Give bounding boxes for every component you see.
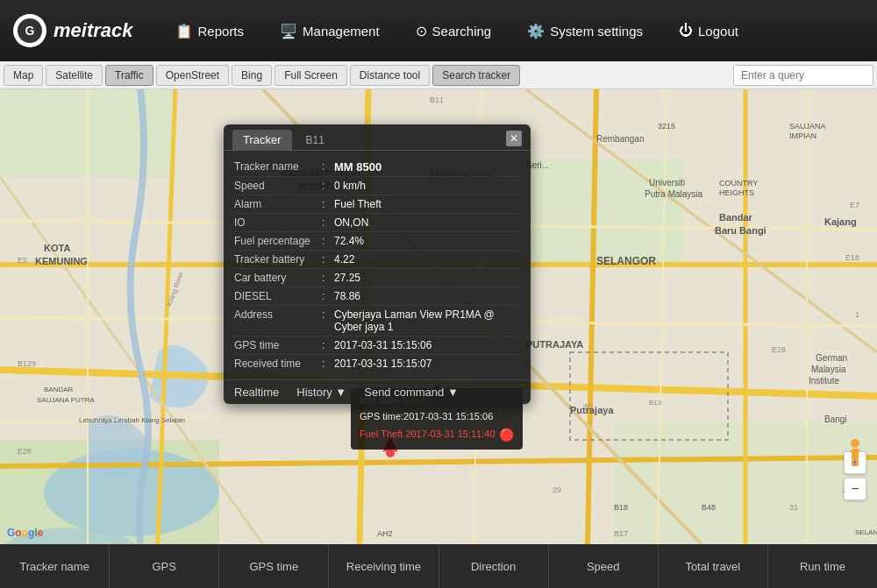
svg-text:31: 31 [789,503,798,512]
io-label: IO [234,216,322,229]
svg-text:E18: E18 [845,253,859,262]
svg-text:B18: B18 [614,503,628,512]
popup-close-button[interactable]: ✕ [506,131,522,146]
nav-searching-label: Searching [432,24,492,39]
alarm-row: Alarm : Fuel Theft [234,195,520,214]
svg-text:Putra Malaysia: Putra Malaysia [645,189,703,199]
searching-icon: ⊙ [416,23,427,39]
nav-system-settings[interactable]: ⚙️ System settings [511,16,659,46]
tracker-name-label: Tracker name [234,160,322,173]
diesel-value: 78.86 [334,290,520,302]
status-receiving-time: Receiving time [329,544,438,588]
svg-text:1: 1 [855,310,859,319]
gps-time-row: GPS time : 2017-03-31 15:15:06 [234,337,520,355]
status-gps: GPS [110,544,219,588]
svg-text:SELANGOR: SELANGOR [596,255,656,267]
svg-rect-79 [852,459,854,466]
status-run-time: Run time [768,544,877,588]
svg-text:Universiti: Universiti [649,178,685,188]
map-container[interactable]: B129 E26 E7 E18 1 E5 B11 KOTA KEMUNING S… [0,89,877,544]
nav-management[interactable]: 🖥️ Management [264,16,396,46]
fuel-label: Fuel percentage [234,235,322,247]
svg-text:Malaysia: Malaysia [811,365,846,374]
svg-text:SELANGOR: SELANGOR [855,528,877,536]
status-bar: Tracker name GPS GPS time Receiving time… [0,544,877,588]
battery-row: Tracker battery : 4.22 [234,251,520,269]
realtime-button[interactable]: Realtime [234,386,279,399]
svg-text:B13: B13 [649,399,662,407]
nav-searching[interactable]: ⊙ Searching [400,16,508,46]
google-logo: Google [7,527,43,539]
svg-text:Putrajaya: Putrajaya [570,405,614,415]
svg-rect-77 [850,450,854,452]
car-battery-row: Car battery : 27.25 [234,269,520,287]
svg-rect-80 [856,459,859,466]
management-icon: 🖥️ [280,23,297,39]
popup-b11-label: B11 [299,131,332,150]
speed-label: Speed [234,180,322,192]
map-button[interactable]: Map [4,65,43,86]
svg-rect-4 [526,159,684,265]
popup-tab-bar: Tracker B11 ✕ [224,124,531,151]
svg-rect-78 [856,450,860,452]
tracker-name-row: Tracker name : MM 8500 [234,158,520,177]
diesel-label: DIESEL [234,290,322,302]
search-input[interactable] [733,65,873,86]
bing-button[interactable]: Bing [232,65,272,86]
svg-text:E5: E5 [18,256,27,265]
popup-footer: Realtime History ▼ Send command ▼ [224,379,531,404]
car-battery-value: 27.25 [334,272,520,284]
svg-text:E26: E26 [772,345,786,354]
fuel-value: 72.4% [334,235,520,247]
toolbar: Map Satellite Traffic OpenStreet Bing Fu… [0,61,877,89]
svg-text:Rembangan: Rembangan [596,134,644,144]
svg-rect-76 [852,449,859,459]
svg-text:IMPIAN: IMPIAN [789,131,816,140]
openstreet-button[interactable]: OpenStreet [156,65,229,86]
svg-text:KOTA: KOTA [44,243,70,253]
header: G meitrack 📋 Reports 🖥️ Management ⊙ Sea… [0,0,877,61]
status-speed: Speed [549,544,659,588]
speed-row: Speed : 0 km/h [234,177,520,195]
vehicle-tooltip-gps: GPS time:2017-03-31 15:15:06 [360,409,514,425]
zoom-out-button[interactable]: − [844,478,866,500]
io-row: IO : ON,ON [234,214,520,232]
traffic-button[interactable]: Traffic [105,65,153,86]
send-command-button[interactable]: Send command ▼ [364,386,459,399]
svg-text:B17: B17 [614,529,628,538]
settings-icon: ⚙️ [527,23,545,39]
battery-label: Tracker battery [234,253,322,266]
svg-text:PUTRAJAYA: PUTRAJAYA [526,339,583,350]
svg-text:Bandar: Bandar [719,212,753,223]
fullscreen-button[interactable]: Full Screen [275,65,347,86]
distance-tool-button[interactable]: Distance tool [350,65,430,86]
history-button[interactable]: History ▼ [296,386,346,399]
svg-point-75 [851,439,859,448]
gps-time-label: GPS time [234,339,322,351]
nav-settings-label: System settings [550,24,643,39]
popup-tab[interactable]: Tracker [232,130,292,150]
nav-logout-label: Logout [698,24,738,39]
speed-value: 0 km/h [334,180,520,192]
nav-logout[interactable]: ⏻ Logout [663,16,754,46]
search-tracker-button[interactable]: Search tracker [432,65,520,86]
io-value: ON,ON [334,216,520,229]
svg-text:Institute: Institute [809,376,839,386]
alarm-label: Alarm [234,198,322,210]
nav-reports[interactable]: 📋 Reports [160,16,260,46]
pegman-control[interactable] [844,438,866,470]
svg-text:30: 30 [583,402,592,411]
status-direction: Direction [439,544,549,588]
svg-text:B129: B129 [18,359,36,368]
received-time-label: Received time [234,358,322,370]
diesel-row: DIESEL : 78.86 [234,287,520,306]
svg-text:Lebuhraya Lembah Klang Selatan: Lebuhraya Lembah Klang Selatan [79,416,185,424]
status-total-travel: Total travel [659,544,768,588]
svg-text:E7: E7 [850,201,859,209]
status-tracker-name: Tracker name [0,544,110,588]
svg-text:Kajang: Kajang [824,216,857,227]
svg-text:German: German [816,353,847,363]
satellite-button[interactable]: Satellite [46,65,103,86]
svg-text:Baru Bangi: Baru Bangi [715,225,766,236]
received-time-value: 2017-03-31 15:15:07 [334,358,520,370]
